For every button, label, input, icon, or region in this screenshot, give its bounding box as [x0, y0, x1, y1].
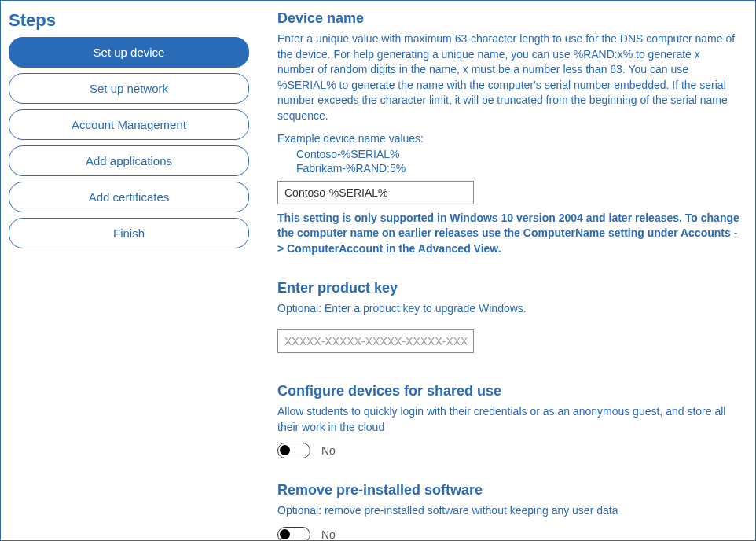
remove-software-desc: Optional: remove pre-installed software … [277, 503, 739, 519]
shared-use-toggle-label: No [321, 444, 336, 457]
product-key-desc: Optional: Enter a product key to upgrade… [277, 301, 739, 317]
shared-use-desc: Allow students to quickly login with the… [277, 404, 739, 435]
remove-software-toggle-row: No [277, 527, 739, 540]
step-set-up-network[interactable]: Set up network [9, 73, 249, 104]
device-name-title: Device name [277, 10, 739, 27]
device-name-example-label: Example device name values: [277, 132, 739, 145]
device-name-example-2: Fabrikam-%RAND:5% [296, 162, 739, 175]
steps-title: Steps [9, 10, 249, 31]
remove-software-title: Remove pre-installed software [277, 482, 739, 499]
device-name-input[interactable] [277, 181, 474, 204]
shared-use-toggle[interactable] [277, 443, 310, 458]
remove-software-toggle-label: No [321, 528, 336, 540]
remove-software-toggle[interactable] [277, 527, 310, 540]
step-finish[interactable]: Finish [9, 218, 249, 248]
product-key-title: Enter product key [277, 280, 739, 296]
product-key-input[interactable] [277, 329, 474, 353]
steps-sidebar: Steps Set up device Set up network Accou… [1, 1, 260, 540]
device-name-note: This setting is only supported in Window… [277, 211, 739, 257]
step-account-management[interactable]: Account Management [9, 109, 249, 140]
step-add-certificates[interactable]: Add certificates [9, 182, 249, 212]
step-set-up-device[interactable]: Set up device [9, 37, 249, 68]
device-name-example-1: Contoso-%SERIAL% [296, 148, 739, 160]
step-add-applications[interactable]: Add applications [9, 145, 249, 176]
shared-use-toggle-row: No [277, 443, 739, 458]
shared-use-title: Configure devices for shared use [277, 383, 739, 399]
device-name-desc: Enter a unique value with maximum 63-cha… [277, 31, 739, 124]
main-panel: Device name Enter a unique value with ma… [260, 1, 755, 540]
